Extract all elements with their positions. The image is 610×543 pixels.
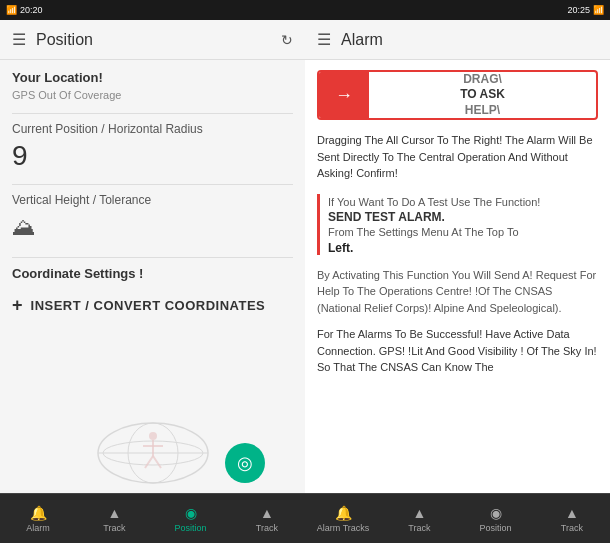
gps-status: GPS Out Of Coverage (12, 89, 293, 101)
nav-position[interactable]: ◉ Position (153, 494, 229, 543)
drag-text-area: DRAG\ TO ASK HELP\ (369, 72, 596, 119)
status-left: 📶 20:20 (0, 0, 305, 20)
location-badge: ◎ (225, 443, 265, 483)
left-content: Your Location! GPS Out Of Coverage Curre… (0, 60, 305, 413)
globe-area: ◎ (0, 413, 305, 493)
drag-line-2: TO ASK (460, 87, 505, 103)
left-header: ☰ Position ↻ (0, 20, 305, 60)
signal-icon-left: 📶 (6, 5, 17, 15)
position-label: Current Position / Horizontal Radius (12, 122, 293, 136)
instruction-text: Dragging The All Cursor To The Right! Th… (317, 132, 598, 182)
status-bar: 📶 20:20 20:25 📶 (0, 0, 610, 20)
alarm-nav-label: Alarm (26, 523, 50, 533)
nav-alarm[interactable]: 🔔 Alarm (0, 494, 76, 543)
right-bottom-nav: 🔔 Alarm Tracks ▲ Track ◉ Position ▲ Trac… (305, 493, 610, 543)
position-nav-icon: ◉ (185, 505, 197, 521)
nav-track-left-2[interactable]: ▲ Track (229, 494, 305, 543)
refresh-icon[interactable]: ↻ (281, 32, 293, 48)
position-nav-label: Position (175, 523, 207, 533)
right-hamburger-icon[interactable]: ☰ (317, 30, 331, 49)
time-right: 20:25 (567, 5, 590, 15)
nav-track-right-1[interactable]: ▲ Track (381, 494, 457, 543)
right-header: ☰ Alarm (305, 20, 610, 60)
globe-svg (93, 418, 213, 488)
position-nav-label-right: Position (480, 523, 512, 533)
coord-settings-label: Coordinate Settings ! (12, 266, 293, 281)
svg-point-4 (149, 432, 157, 440)
nav-position-right[interactable]: ◉ Position (458, 494, 534, 543)
alarm-tracks-nav-icon: 🔔 (335, 505, 352, 521)
track-nav-icon-right-1: ▲ (412, 505, 426, 521)
insert-btn-label: INSERT / CONVERT COORDINATES (31, 298, 266, 313)
your-location-label: Your Location! (12, 70, 293, 85)
track-nav-icon-left-2: ▲ (260, 505, 274, 521)
right-panel-title: Alarm (341, 31, 383, 49)
alarm-nav-icon: 🔔 (30, 505, 47, 521)
drag-slider[interactable]: → DRAG\ TO ASK HELP\ (317, 70, 598, 120)
left-panel-title: Position (36, 31, 93, 49)
nav-alarm-tracks[interactable]: 🔔 Alarm Tracks (305, 494, 381, 543)
location-icon: ◎ (237, 452, 253, 474)
drag-arrow-icon: → (335, 85, 353, 106)
height-label: Vertical Height / Tolerance (12, 193, 293, 207)
drag-line-3: HELP\ (465, 103, 500, 119)
blockquote-section: If You Want To Do A Test Use The Functio… (317, 194, 598, 255)
mountain-icon: ⛰ (12, 213, 293, 241)
divider-2 (12, 184, 293, 185)
track-nav-label-right-1: Track (408, 523, 430, 533)
position-value: 9 (12, 140, 293, 172)
blockquote-main: SEND TEST ALARM. (328, 210, 598, 224)
blockquote-intro: If You Want To Do A Test Use The Functio… (328, 194, 598, 211)
signal-icon-right: 📶 (593, 5, 604, 15)
svg-line-7 (145, 456, 153, 468)
hamburger-icon[interactable]: ☰ (12, 30, 26, 49)
svg-line-8 (153, 456, 161, 468)
plus-icon: + (12, 295, 23, 316)
time-left: 20:20 (20, 5, 43, 15)
insert-convert-button[interactable]: + INSERT / CONVERT COORDINATES (12, 291, 265, 320)
track-nav-label-left-2: Track (256, 523, 278, 533)
divider-1 (12, 113, 293, 114)
right-panel: ☰ Alarm → DRAG\ TO ASK HELP\ Dragging Th… (305, 20, 610, 543)
left-panel: ☰ Position ↻ Your Location! GPS Out Of C… (0, 20, 305, 543)
track-nav-icon-left: ▲ (107, 505, 121, 521)
alarm-tracks-nav-label: Alarm Tracks (317, 523, 370, 533)
body-text-2: For The Alarms To Be Successful! Have Ac… (317, 326, 598, 376)
track-nav-label-left: Track (103, 523, 125, 533)
blockquote-sub: From The Settings Menu At The Top To (328, 224, 598, 241)
right-content: → DRAG\ TO ASK HELP\ Dragging The All Cu… (305, 60, 610, 493)
body-text-1: By Activating This Function You Will Sen… (317, 267, 598, 317)
main-area: ☰ Position ↻ Your Location! GPS Out Of C… (0, 20, 610, 543)
track-nav-icon-right-2: ▲ (565, 505, 579, 521)
drag-arrow-btn[interactable]: → (319, 72, 369, 118)
left-bottom-nav: 🔔 Alarm ▲ Track ◉ Position ▲ Track (0, 493, 305, 543)
nav-track-left[interactable]: ▲ Track (76, 494, 152, 543)
drag-line-1: DRAG\ (463, 72, 502, 88)
nav-track-right-2[interactable]: ▲ Track (534, 494, 610, 543)
status-right: 20:25 📶 (305, 0, 610, 20)
track-nav-label-right-2: Track (561, 523, 583, 533)
position-nav-icon-right: ◉ (490, 505, 502, 521)
blockquote-bold: Left. (328, 241, 598, 255)
divider-3 (12, 257, 293, 258)
